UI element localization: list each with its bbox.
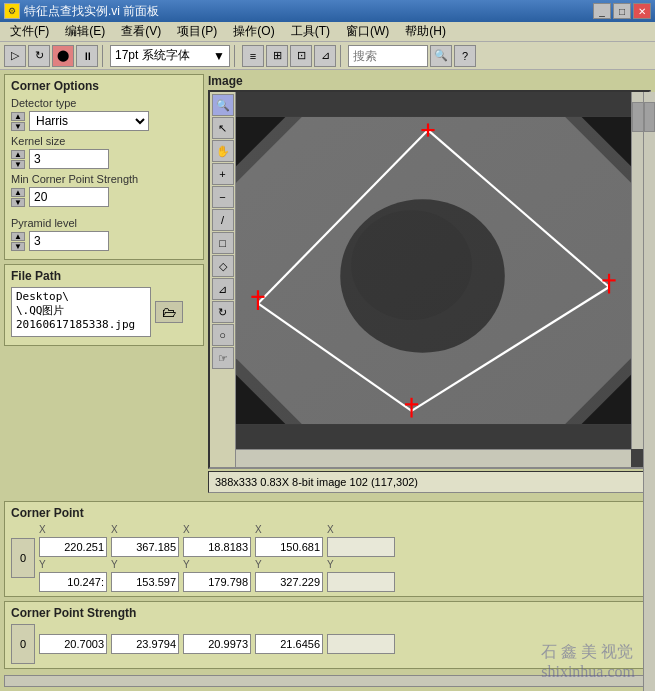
image-title: Image — [208, 74, 651, 88]
toolbar: ▷ ↻ ⬤ ⏸ 17pt 系统字体 ▼ ≡ ⊞ ⊡ ⊿ 🔍 ? — [0, 42, 655, 70]
strength-input-3[interactable] — [183, 634, 251, 654]
corner-col-3: X Y — [183, 524, 251, 592]
kernel-spinner[interactable]: ▲ ▼ — [11, 150, 25, 169]
corner-y1-label: Y — [39, 559, 107, 570]
corner-y4-input[interactable] — [255, 572, 323, 592]
min-corner-spinner[interactable]: ▲ ▼ — [11, 188, 25, 207]
min-corner-row: ▲ ▼ — [11, 187, 197, 207]
corner-x5-input — [327, 537, 395, 557]
toolbar-run-button[interactable]: ▷ — [4, 45, 26, 67]
menu-operate[interactable]: 操作(O) — [225, 21, 282, 42]
pyramid-down[interactable]: ▼ — [11, 242, 25, 251]
search-button[interactable]: 🔍 — [430, 45, 452, 67]
image-tools: 🔍 ↖ ✋ + − / □ ◇ ⊿ ↻ ○ ☞ — [210, 92, 236, 467]
corner-x1-input[interactable] — [39, 537, 107, 557]
menu-file[interactable]: 文件(F) — [2, 21, 57, 42]
tool-cursor[interactable]: ↖ — [212, 117, 234, 139]
image-canvas — [236, 92, 631, 449]
tool-poly[interactable]: ⊿ — [212, 278, 234, 300]
corner-y1-input[interactable] — [39, 572, 107, 592]
help-button[interactable]: ? — [454, 45, 476, 67]
toolbar-distribute-button[interactable]: ⊞ — [266, 45, 288, 67]
strength-input-1[interactable] — [39, 634, 107, 654]
strength-input-4[interactable] — [255, 634, 323, 654]
corner-y3-input[interactable] — [183, 572, 251, 592]
maximize-button[interactable]: □ — [613, 3, 631, 19]
tool-zoom-out[interactable]: − — [212, 186, 234, 208]
file-path-input[interactable] — [11, 287, 151, 337]
toolbar-reorder-button[interactable]: ⊿ — [314, 45, 336, 67]
corner-x4-label: X — [255, 524, 323, 535]
toolbar-sep2 — [234, 45, 238, 67]
menu-project[interactable]: 项目(P) — [169, 21, 225, 42]
kernel-up[interactable]: ▲ — [11, 150, 25, 159]
tool-freehand[interactable]: ↻ — [212, 301, 234, 323]
detector-up[interactable]: ▲ — [11, 112, 25, 121]
min-corner-down[interactable]: ▼ — [11, 198, 25, 207]
strength-input-5 — [327, 634, 395, 654]
pyramid-level-input[interactable] — [29, 231, 109, 251]
strength-input-2[interactable] — [111, 634, 179, 654]
corner-col-5: X Y — [327, 524, 395, 592]
corner-y5-input — [327, 572, 395, 592]
corner-x4-input[interactable] — [255, 537, 323, 557]
tool-line[interactable]: / — [212, 209, 234, 231]
image-status-text: 388x333 0.83X 8-bit image 102 (117,302) — [215, 476, 418, 488]
tool-oval[interactable]: ◇ — [212, 255, 234, 277]
corner-point-section: Corner Point 0 X Y X Y — [4, 501, 651, 597]
detector-type-select[interactable]: Harris — [29, 111, 149, 131]
svg-rect-4 — [236, 117, 631, 424]
tool-annulus[interactable]: ☞ — [212, 347, 234, 369]
toolbar-resize-button[interactable]: ⊡ — [290, 45, 312, 67]
search-input[interactable] — [348, 45, 428, 67]
menu-tools[interactable]: 工具(T) — [283, 21, 338, 42]
menu-bar: 文件(F) 编辑(E) 查看(V) 项目(P) 操作(O) 工具(T) 窗口(W… — [0, 22, 655, 42]
menu-edit[interactable]: 编辑(E) — [57, 21, 113, 42]
pyramid-level-label: Pyramid level — [11, 217, 197, 229]
edge-scrollbar[interactable] — [643, 92, 655, 691]
min-corner-label: Min Corner Point Strength — [11, 173, 197, 185]
detector-spinner[interactable]: ▲ ▼ — [11, 112, 25, 131]
toolbar-pause-button[interactable]: ⏸ — [76, 45, 98, 67]
pyramid-up[interactable]: ▲ — [11, 232, 25, 241]
tool-rect[interactable]: □ — [212, 232, 234, 254]
min-corner-up[interactable]: ▲ — [11, 188, 25, 197]
corner-y4-label: Y — [255, 559, 323, 570]
tool-zoom-in[interactable]: + — [212, 163, 234, 185]
window-title: 特征点查找实例.vi 前面板 — [24, 3, 159, 20]
toolbar-run-cont-button[interactable]: ↻ — [28, 45, 50, 67]
corner-point-row: 0 X Y X Y X Y — [11, 524, 644, 592]
detector-down[interactable]: ▼ — [11, 122, 25, 131]
image-svg — [236, 92, 631, 449]
file-browse-button[interactable]: 🗁 — [155, 301, 183, 323]
menu-help[interactable]: 帮助(H) — [397, 21, 454, 42]
corner-y2-input[interactable] — [111, 572, 179, 592]
corner-x3-input[interactable] — [183, 537, 251, 557]
minimize-button[interactable]: _ — [593, 3, 611, 19]
edge-scrollbar-thumb[interactable] — [644, 102, 655, 132]
corner-x2-input[interactable] — [111, 537, 179, 557]
corner-y5-label: Y — [327, 559, 395, 570]
font-dropdown[interactable]: 17pt 系统字体 ▼ — [110, 45, 230, 67]
tool-pan[interactable]: ✋ — [212, 140, 234, 162]
window-controls: _ □ ✕ — [593, 3, 651, 19]
corner-x3-label: X — [183, 524, 251, 535]
menu-view[interactable]: 查看(V) — [113, 21, 169, 42]
corner-col-2: X Y — [111, 524, 179, 592]
corner-options-section: Corner Options Detector type ▲ ▼ Harris … — [4, 74, 204, 260]
kernel-size-input[interactable] — [29, 149, 109, 169]
corner-point-index: 0 — [11, 538, 35, 578]
menu-window[interactable]: 窗口(W) — [338, 21, 397, 42]
toolbar-stop-button[interactable]: ⬤ — [52, 45, 74, 67]
tool-magnify[interactable]: 🔍 — [212, 94, 234, 116]
min-corner-input[interactable] — [29, 187, 109, 207]
pyramid-spinner[interactable]: ▲ ▼ — [11, 232, 25, 251]
corner-options-title: Corner Options — [11, 79, 197, 93]
tool-circle[interactable]: ○ — [212, 324, 234, 346]
image-scrollbar-horizontal[interactable] — [236, 449, 631, 467]
main-area: Corner Options Detector type ▲ ▼ Harris … — [0, 70, 655, 691]
close-button[interactable]: ✕ — [633, 3, 651, 19]
corner-strength-index: 0 — [11, 624, 35, 664]
toolbar-align-button[interactable]: ≡ — [242, 45, 264, 67]
kernel-down[interactable]: ▼ — [11, 160, 25, 169]
